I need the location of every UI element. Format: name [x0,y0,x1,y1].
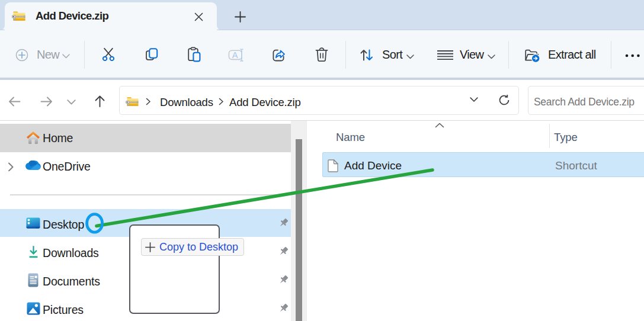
svg-text:A: A [232,50,238,60]
